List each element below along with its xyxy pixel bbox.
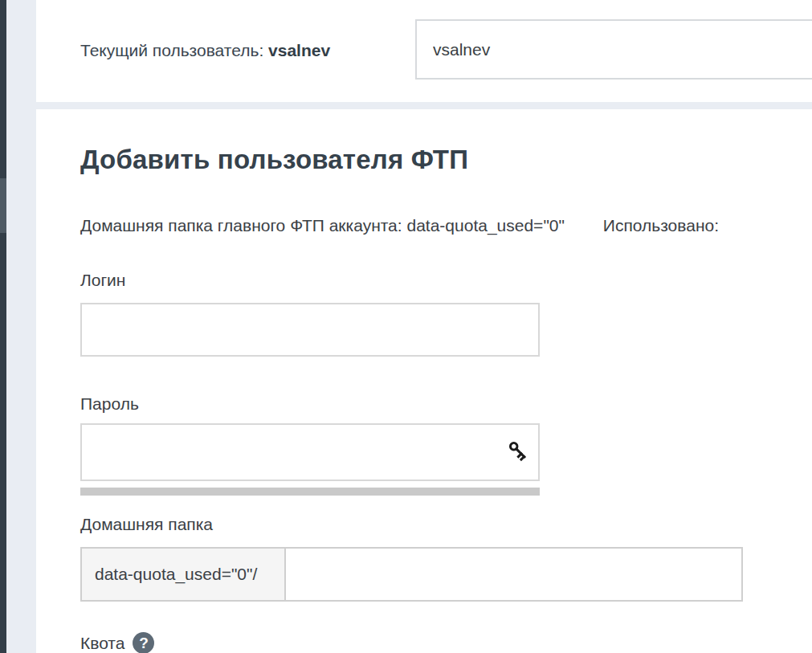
login-label: Логин bbox=[80, 271, 125, 290]
key-icon[interactable] bbox=[506, 439, 530, 463]
home-folder-label: Домашняя папка bbox=[80, 515, 213, 534]
password-field-wrap bbox=[80, 423, 540, 481]
home-folder-field: data-quota_used="0"/ bbox=[80, 547, 743, 602]
login-input[interactable] bbox=[80, 303, 540, 357]
home-folder-input[interactable] bbox=[286, 549, 741, 600]
current-user-label: Текущий пользователь: bbox=[80, 41, 263, 59]
help-icon[interactable]: ? bbox=[133, 632, 154, 653]
home-root-info: Домашняя папка главного ФТП аккаунта: da… bbox=[80, 216, 719, 235]
page: Текущий пользователь: vsalnev Добавить п… bbox=[0, 0, 812, 653]
used-label: Использовано: bbox=[603, 216, 719, 235]
home-folder-prefix: data-quota_used="0"/ bbox=[82, 549, 286, 600]
password-label: Пароль bbox=[80, 394, 139, 414]
user-select-input[interactable] bbox=[415, 19, 812, 80]
add-ftp-user-form: Добавить пользователя ФТП Домашняя папка… bbox=[36, 109, 812, 653]
quota-label-row: Квота ? bbox=[80, 632, 154, 653]
password-input[interactable] bbox=[80, 423, 540, 481]
card-divider bbox=[36, 102, 812, 109]
quota-label: Квота bbox=[80, 634, 124, 653]
home-root-value: data-quota_used="0" bbox=[406, 216, 565, 235]
current-user-text: Текущий пользователь: vsalnev bbox=[80, 40, 330, 61]
header-bar: Текущий пользователь: vsalnev bbox=[36, 0, 812, 102]
sidebar-edge bbox=[0, 0, 6, 653]
sidebar-active-item-edge[interactable] bbox=[0, 178, 6, 233]
left-gutter bbox=[6, 0, 36, 653]
home-root-label: Домашняя папка главного ФТП аккаунта: bbox=[80, 216, 402, 235]
password-strength-meter bbox=[80, 488, 540, 496]
page-title: Добавить пользователя ФТП bbox=[80, 145, 468, 175]
current-user-value: vsalnev bbox=[268, 41, 330, 59]
